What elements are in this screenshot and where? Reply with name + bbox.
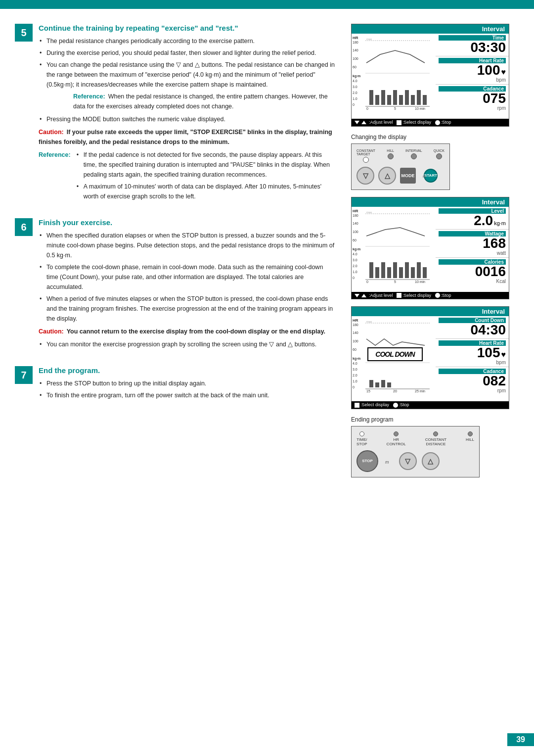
end-btn-label-1: TIME/STOP	[356, 437, 367, 446]
widget-1-time-row: Time 03:30	[436, 34, 509, 56]
mode-btn[interactable]: MODE	[400, 168, 416, 184]
section-7: 7 End the program. Press the STOP button…	[15, 366, 336, 402]
btn-indicator-2	[388, 153, 394, 159]
svg-rect-10	[411, 95, 415, 105]
reference-label-2: Reference:	[39, 150, 71, 203]
section-5-body: The pedal resistance changes periodicall…	[39, 36, 336, 203]
svg-rect-11	[417, 90, 421, 105]
widget-2-level-row: Level 2.0 kg·m	[436, 207, 509, 230]
end-btn-label-2: HRCONTROL	[387, 437, 406, 446]
section-5-ref2-bullet-2: A maximum of 10-minutes' worth of data c…	[76, 182, 336, 201]
widget-3-footer: :Select display :Stop	[352, 401, 509, 409]
svg-rect-20	[369, 262, 373, 278]
svg-text:0: 0	[366, 280, 368, 283]
widget-1-hr-unit: bpm	[439, 77, 506, 83]
widget-1-header: Interval	[352, 24, 509, 34]
button-row-top: CONSTANTTARGET HILL INTERVAL QUICK	[356, 149, 445, 163]
end-up-btn[interactable]: △	[422, 452, 440, 470]
widget-2-header: Interval	[352, 197, 509, 207]
svg-text:25 min: 25 min	[415, 389, 425, 392]
widget-1-footer: :Adjust level :Select display :Stop	[352, 119, 509, 126]
section-7-body: Press the STOP button to bring up the in…	[39, 378, 336, 400]
up-btn[interactable]: △	[378, 167, 396, 185]
section-6-bullet-3: When a period of five minutes elapses or…	[39, 294, 336, 324]
svg-rect-7	[393, 90, 397, 105]
down-btn[interactable]: ▽	[356, 167, 374, 185]
section-6-bullet-1: When the specified duration elapses or w…	[39, 231, 336, 260]
widget-1-cadance-row: Cadance 075 rpm	[436, 85, 509, 112]
section-5-bullet-3: You can change the pedal resistance usin…	[39, 60, 336, 90]
changing-display-label: Changing the display	[351, 134, 519, 141]
end-down-btn[interactable]: ▽	[399, 452, 417, 470]
widget-1-cadance-unit: rpm	[439, 105, 506, 111]
svg-rect-28	[417, 262, 421, 278]
svg-rect-39	[369, 380, 373, 387]
section-6-number: 6	[15, 218, 33, 236]
section-7-bullet-2: To finish the entire program, turn off t…	[39, 390, 336, 400]
svg-text:max: max	[366, 320, 372, 323]
svg-rect-21	[375, 267, 379, 278]
svg-rect-6	[387, 95, 391, 105]
button-row-main: ▽ △ MODE m START	[356, 167, 445, 185]
btn-indicator-3	[411, 153, 417, 159]
svg-rect-26	[405, 262, 409, 278]
widget-1-hr-row: Heart Rate 100 ♥ bpm	[436, 56, 509, 85]
widget-1: Interval HR 180 140 100 60 kg·m 4.0 3.0 …	[351, 24, 509, 127]
caution-label-2: Caution:	[39, 328, 64, 335]
section-7-number: 7	[15, 366, 33, 384]
btn-indicator-1	[363, 157, 369, 163]
svg-rect-40	[375, 382, 379, 387]
end-btn-col-1: TIME/STOP	[356, 431, 367, 446]
widget-2-footer: :Adjust level :Select display :Stop	[352, 292, 509, 299]
section-5-number: 5	[15, 24, 33, 42]
end-btn-col-2: HRCONTROL	[387, 431, 406, 446]
right-column: Interval HR 180 140 100 60 kg·m 4.0 3.0 …	[351, 24, 519, 477]
svg-text:COOL DOWN: COOL DOWN	[375, 350, 415, 358]
widget-3-cadance-value: 082	[439, 374, 506, 388]
end-btn-label-3: CONSTANTDISTANCE	[425, 437, 446, 446]
btn-indicator-4	[436, 153, 442, 159]
widget-3-hr-row: Heart Rate 105 ♥ bpm	[436, 339, 509, 367]
changing-display: Changing the display CONSTANTTARGET HILL…	[351, 134, 519, 190]
svg-text:5: 5	[394, 107, 396, 110]
ending-program: Ending program TIME/STOP HRCONTROL CONST…	[351, 416, 519, 477]
svg-text:10 min: 10 min	[415, 107, 425, 110]
left-column: 5 Continue the training by repeating "ex…	[15, 24, 336, 477]
svg-text:15: 15	[366, 389, 370, 392]
svg-rect-42	[387, 382, 391, 387]
stop-btn-m-label: m	[385, 457, 389, 466]
end-btn-col-3: CONSTANTDISTANCE	[425, 431, 446, 446]
end-btn-label-4: HILL	[466, 437, 474, 442]
svg-text:5: 5	[394, 280, 396, 283]
widget-3-countdown-row: Count Down 04:30	[436, 316, 509, 339]
section-6-bullet-2: To complete the cool-down phase, remain …	[39, 262, 336, 292]
widget-2-level-label: Level	[439, 208, 506, 214]
widget-3-countdown-value: 04:30	[439, 323, 506, 337]
section-6-bullet-last: You can monitor the exercise progression…	[39, 339, 336, 349]
page-number: 39	[507, 733, 534, 746]
caution-label-1: Caution:	[39, 129, 64, 136]
btn-col-2: HILL	[387, 149, 394, 163]
section-6-caution: Caution:You cannot return to the exercis…	[39, 327, 336, 336]
widget-2-level-value: 2.0	[474, 214, 493, 228]
widget-2-calories-row: Calories 0016 Kcal	[436, 258, 509, 285]
widget-3-hr-unit: bpm	[439, 360, 506, 365]
svg-rect-12	[423, 95, 427, 105]
svg-text:max: max	[366, 38, 372, 41]
svg-text:20: 20	[393, 389, 397, 392]
widget-1-cadance-value: 075	[439, 92, 506, 105]
widget-2-calories-unit: Kcal	[439, 279, 506, 284]
widget-1-time-value: 03:30	[439, 41, 506, 54]
end-button-panel: TIME/STOP HRCONTROL CONSTANTDISTANCE HIL…	[351, 426, 480, 477]
widget-3-cadance-row: Cadance 082 rpm	[436, 367, 509, 395]
svg-rect-4	[375, 95, 379, 105]
widget-2-wattage-unit: watt	[439, 250, 506, 256]
section-5-caution: Caution:If your pulse rate exceeds the u…	[39, 127, 336, 147]
stop-button[interactable]: STOP	[356, 450, 378, 472]
top-bar	[0, 0, 534, 9]
widget-1-body: HR 180 140 100 60 kg·m 4.0 3.0 2.0 1.0 0	[352, 34, 509, 119]
section-6-title: Finish your exercise.	[39, 218, 336, 227]
section-5-bullet-1: The pedal resistance changes periodicall…	[39, 36, 336, 46]
section-5-bullet-4: Pressing the MODE button switches the nu…	[39, 114, 336, 124]
widget-3-hr-value: 105	[477, 346, 500, 360]
